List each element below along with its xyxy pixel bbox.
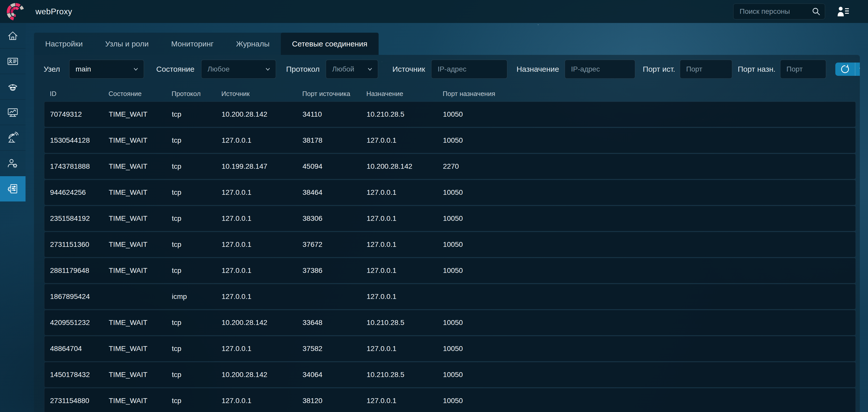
source-input[interactable] [431,60,507,78]
node-filter-label: Узел [44,65,60,73]
state-select[interactable]: Любое [201,60,276,78]
sidebar-item-operators[interactable] [0,151,26,176]
cell-source: 127.0.0.1 [222,345,303,353]
cell-destination: 127.0.0.1 [367,136,443,145]
tabbar: Настройки Узлы и роли Мониторинг Журналы… [34,33,379,55]
cell-protocol: tcp [172,345,222,353]
cell-src-port: 34064 [303,371,367,379]
table-row[interactable]: 2881179648 TIME_WAIT tcp 127.0.0.1 37386… [44,258,856,283]
cell-src-port: 38464 [303,188,367,196]
cell-state: TIME_WAIT [109,345,172,353]
table-row[interactable]: 944624256 TIME_WAIT tcp 127.0.0.1 38464 … [44,180,856,205]
person-search-input[interactable] [734,7,812,15]
table-row[interactable]: 1450178432 TIME_WAIT tcp 10.200.28.142 3… [44,362,856,387]
source-field [431,60,507,78]
cell-protocol: tcp [172,188,222,196]
app-title: webProxy [35,7,72,16]
cell-id: 944624256 [50,188,109,196]
refresh-button[interactable] [835,63,855,76]
cell-state: TIME_WAIT [109,371,172,379]
dst-port-input[interactable] [780,60,826,78]
cell-state: TIME_WAIT [109,162,172,170]
sidebar-item-connections[interactable] [0,176,26,202]
cell-id: 70749312 [50,110,109,119]
sidebar-item-monitoring[interactable] [0,100,26,125]
cell-state: TIME_WAIT [109,188,172,196]
cell-source: 10.200.28.142 [222,371,303,379]
table-row[interactable]: 2731154880 TIME_WAIT tcp 127.0.0.1 38120… [44,388,856,412]
refresh-options-button[interactable] [855,63,860,76]
cell-src-port: 34110 [303,110,367,119]
id-card-icon [7,55,19,67]
cell-state: TIME_WAIT [109,319,172,327]
table-header: ID Состояние Протокол Источник Порт исто… [44,86,856,102]
cell-id: 2881179648 [50,266,109,275]
cell-source: 127.0.0.1 [222,215,303,223]
table-row[interactable]: 48864704 TIME_WAIT tcp 127.0.0.1 37582 1… [44,336,856,361]
source-filter-label: Источник [393,65,425,73]
destination-input[interactable] [565,60,635,78]
state-select-value: Любое [202,65,265,73]
table-row[interactable]: 2731151360 TIME_WAIT tcp 127.0.0.1 37672… [44,232,856,257]
sidebar [0,23,26,202]
cell-id: 2731154880 [50,397,109,405]
sidebar-item-radar[interactable] [0,125,26,151]
cell-source: 10.199.28.147 [222,162,303,170]
tab-settings[interactable]: Настройки [34,33,94,55]
cell-protocol: tcp [172,397,222,405]
person-search[interactable] [733,4,825,20]
tab-network-connections[interactable]: Сетевые соединения [281,33,379,55]
src-port-filter-label: Порт ист. [643,65,675,73]
cell-src-port: 37672 [303,241,367,249]
cell-dst-port: 10050 [443,345,856,353]
cell-src-port: 38178 [303,136,367,145]
cell-source: 127.0.0.1 [222,266,303,275]
webproxy-app: { "app": { "title": "webProxy" }, "topba… [0,0,868,412]
table-row[interactable]: 1867895424 icmp 127.0.0.1 127.0.0.1 [44,284,856,309]
table-body: 70749312 TIME_WAIT tcp 10.200.28.142 341… [44,102,856,412]
tab-monitoring[interactable]: Мониторинг [160,33,225,55]
node-select[interactable]: main [69,60,144,78]
table-row[interactable]: 2351584192 TIME_WAIT tcp 127.0.0.1 38306… [44,206,856,231]
node-select-value: main [69,65,132,73]
connections-settings-icon [7,183,19,195]
table-row[interactable]: 70749312 TIME_WAIT tcp 10.200.28.142 341… [44,102,856,127]
cell-state: TIME_WAIT [109,397,172,405]
table-row[interactable]: 4209551232 TIME_WAIT tcp 10.200.28.142 3… [44,310,856,336]
cell-state: TIME_WAIT [109,266,172,275]
column-header-protocol: Протокол [172,90,221,98]
dst-port-field [780,60,826,78]
src-port-input[interactable] [680,60,732,78]
cell-src-port: 38306 [303,215,367,223]
cell-protocol: tcp [172,241,222,249]
cell-destination: 127.0.0.1 [367,215,443,223]
police-officer-icon [7,81,19,93]
user-contact-icon[interactable] [837,6,849,18]
cell-destination: 127.0.0.1 [367,397,443,405]
column-header-dst-port: Порт назначения [443,90,856,98]
sidebar-item-officer[interactable] [0,74,26,100]
table-row[interactable]: 1743781888 TIME_WAIT tcp 10.199.28.147 4… [44,154,856,179]
cell-protocol: tcp [172,266,222,275]
sidebar-item-persons[interactable] [0,49,26,74]
column-header-id: ID [50,90,108,98]
cell-protocol: tcp [172,215,222,223]
cell-protocol: tcp [172,136,222,145]
protocol-select[interactable]: Любой [326,60,378,78]
cell-source: 127.0.0.1 [222,292,303,301]
refresh-icon [840,64,850,74]
cell-src-port: 37582 [303,345,367,353]
tab-journals[interactable]: Журналы [225,33,281,55]
cell-source: 127.0.0.1 [222,397,303,405]
sidebar-item-home[interactable] [0,23,26,49]
cell-dst-port: 10050 [443,319,856,327]
topbar: webProxy [0,0,868,23]
tab-nodes-roles[interactable]: Узлы и роли [94,33,160,55]
cell-state: TIME_WAIT [109,241,172,249]
cell-id: 2731151360 [50,241,109,249]
table-row[interactable]: 1530544128 TIME_WAIT tcp 127.0.0.1 38178… [44,128,856,153]
search-icon[interactable] [812,7,821,16]
cell-destination: 10.210.28.5 [367,319,443,327]
refresh-split-button[interactable] [835,63,860,76]
cell-destination: 10.210.28.5 [367,371,443,379]
